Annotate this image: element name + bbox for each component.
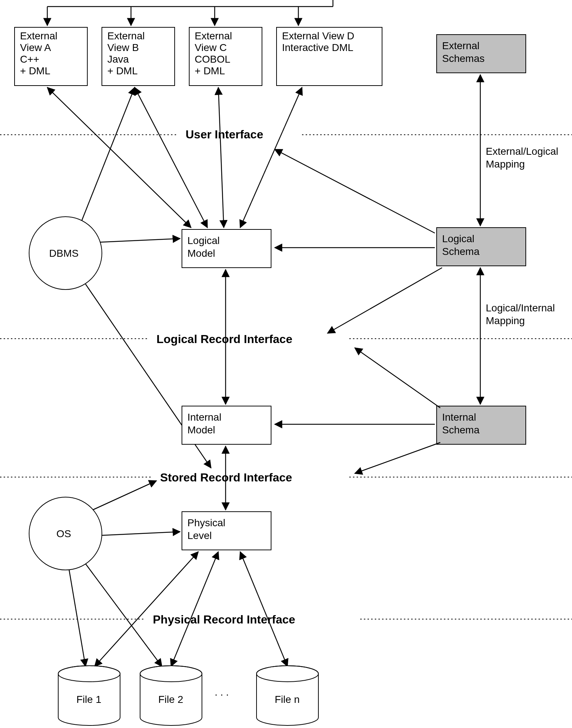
physical-level: Physical Level	[182, 512, 271, 550]
top-distribution	[47, 0, 333, 25]
svg-text:Internal: Internal	[187, 412, 221, 423]
svg-text:Mapping: Mapping	[486, 315, 525, 326]
svg-text:+ DML: + DML	[20, 65, 50, 76]
external-schemas: External Schemas	[437, 35, 526, 73]
os-node: OS	[29, 497, 102, 570]
physical-record-interface-divider: Physical Record Interface	[0, 613, 572, 626]
svg-text:Level: Level	[187, 530, 212, 541]
external-view-b: External View B Java + DML	[102, 27, 175, 86]
svg-text:Logical: Logical	[187, 235, 220, 246]
file-1-cylinder: File 1	[58, 666, 120, 725]
external-view-a: External View A C++ + DML	[15, 27, 87, 86]
logical-internal-mapping-label: Logical/Internal Mapping	[486, 302, 555, 326]
edge-os-physlevel	[102, 532, 180, 535]
edges-physical-files	[95, 552, 287, 666]
logical-model: Logical Model	[182, 229, 271, 268]
architecture-diagram: External View A C++ + DML External View …	[0, 0, 572, 728]
external-view-c: External View C COBOL + DML	[189, 27, 262, 86]
svg-text:File 1: File 1	[76, 694, 101, 705]
svg-text:External: External	[442, 40, 480, 51]
edge-intschema-storedif	[355, 442, 440, 473]
edge-dbms-logmodel	[100, 239, 180, 242]
stored-record-interface-divider: Stored Record Interface	[0, 471, 572, 484]
svg-text:Internal: Internal	[442, 412, 476, 423]
edges-views-to-logical	[47, 87, 302, 228]
svg-text:+ DML: + DML	[107, 65, 138, 76]
svg-text:External View D: External View D	[282, 30, 354, 42]
svg-text:View C: View C	[195, 42, 227, 53]
external-view-d: External View D Interactive DML	[277, 27, 382, 86]
ellipsis: . . .	[215, 686, 229, 698]
svg-text:User Interface: User Interface	[186, 128, 263, 141]
svg-text:Physical Record Interface: Physical Record Interface	[153, 613, 295, 626]
svg-text:Model: Model	[187, 248, 215, 259]
svg-text:Logical Record Interface: Logical Record Interface	[156, 332, 292, 346]
svg-text:View B: View B	[107, 42, 139, 53]
edge-logschema-logrecif	[327, 268, 442, 333]
svg-line-68	[240, 552, 287, 666]
external-logical-mapping-label: External/Logical Mapping	[486, 146, 558, 170]
file-n-cylinder: File n	[257, 666, 318, 725]
svg-text:Interactive DML: Interactive DML	[282, 42, 353, 53]
svg-line-66	[95, 552, 198, 666]
svg-text:External: External	[107, 30, 145, 42]
edge-dbms-viewb	[82, 87, 135, 220]
svg-text:DBMS: DBMS	[49, 248, 79, 259]
svg-text:Schemas: Schemas	[442, 53, 485, 64]
logical-schema: Logical Schema	[437, 228, 526, 266]
svg-line-43	[240, 87, 302, 228]
svg-text:COBOL: COBOL	[195, 54, 230, 65]
logical-record-interface-divider: Logical Record Interface	[0, 332, 572, 346]
edge-os-file2	[86, 564, 162, 666]
svg-text:File 2: File 2	[158, 694, 183, 705]
file-2-cylinder: File 2	[140, 666, 202, 725]
svg-text:Schema: Schema	[442, 246, 480, 257]
svg-text:External: External	[195, 30, 232, 42]
svg-text:File n: File n	[275, 694, 299, 705]
svg-text:OS: OS	[56, 528, 71, 539]
svg-text:Model: Model	[187, 424, 215, 436]
svg-text:External: External	[20, 30, 57, 42]
edge-logschema-userif	[275, 149, 435, 233]
internal-model: Internal Model	[182, 406, 271, 444]
svg-line-40	[47, 87, 191, 228]
svg-text:Mapping: Mapping	[486, 158, 525, 170]
svg-text:+ DML: + DML	[195, 65, 225, 76]
svg-text:C++: C++	[20, 54, 39, 65]
svg-text:Physical: Physical	[187, 517, 225, 528]
svg-text:External/Logical: External/Logical	[486, 146, 558, 157]
svg-text:Java: Java	[107, 54, 129, 65]
svg-text:Logical/Internal: Logical/Internal	[486, 302, 555, 314]
edge-intschema-logrecif	[355, 348, 440, 408]
svg-line-42	[218, 87, 224, 228]
dbms-node: DBMS	[29, 217, 102, 290]
svg-text:Schema: Schema	[442, 424, 480, 436]
svg-line-41	[135, 87, 207, 228]
user-interface-divider: User Interface	[0, 128, 572, 141]
edge-os-file1	[69, 570, 86, 666]
internal-schema: Internal Schema	[437, 406, 526, 444]
svg-text:Logical: Logical	[442, 233, 474, 244]
svg-line-67	[171, 552, 218, 666]
edge-os-storedif	[93, 481, 156, 510]
svg-text:Stored Record Interface: Stored Record Interface	[160, 471, 292, 484]
svg-text:View A: View A	[20, 42, 51, 53]
